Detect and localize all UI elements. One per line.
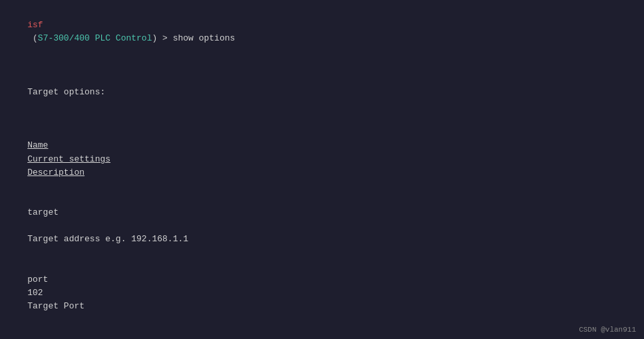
target-name: target <box>27 206 107 219</box>
port-value: 102 <box>27 286 134 300</box>
module-name: S7-300/400 PLC Control <box>38 33 152 43</box>
col-settings-header: Current settings <box>27 153 134 166</box>
port-row: port 102 Target Port <box>7 260 637 327</box>
terminal-window: isf (S7-300/400 PLC Control) > show opti… <box>0 0 644 339</box>
col-header-1: Name Current settings Description <box>7 126 637 193</box>
target-desc: Target address e.g. 192.168.1.1 <box>27 234 188 244</box>
port-name: port <box>27 273 107 286</box>
target-options-title: Target options: <box>7 72 637 112</box>
watermark: CSDN @vlan911 <box>579 326 636 334</box>
col-desc-header: Description <box>27 168 84 177</box>
blank-line-3 <box>7 326 637 339</box>
col-name-header: Name <box>27 139 107 152</box>
isf-label: isf <box>27 20 43 30</box>
blank-line-1 <box>7 59 637 72</box>
header-line: isf (S7-300/400 PLC Control) > show opti… <box>7 5 637 59</box>
port-desc: Target Port <box>27 301 84 311</box>
target-row: target Target address e.g. 192.168.1.1 <box>7 193 637 260</box>
blank-line-2 <box>7 112 637 126</box>
